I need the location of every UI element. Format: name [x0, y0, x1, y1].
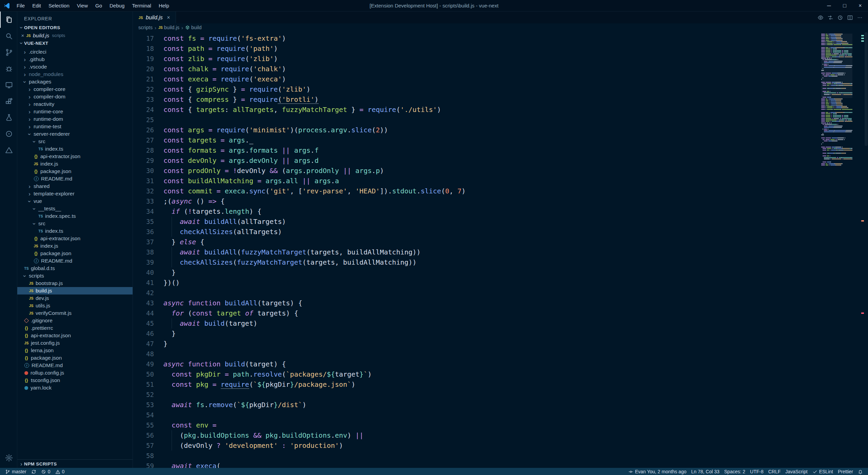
status-branch[interactable]: master: [3, 468, 29, 475]
code-line-40[interactable]: 40 }: [133, 267, 466, 278]
code-line-21[interactable]: 21const execa = require('execa'): [133, 74, 466, 84]
file-build-js[interactable]: JSbuild.js: [17, 287, 133, 294]
close-button[interactable]: ×: [852, 0, 868, 11]
menu-go[interactable]: Go: [92, 0, 106, 11]
file-tsconfig-json[interactable]: {}tsconfig.json: [17, 377, 133, 384]
open-editor-build-js[interactable]: ×JSbuild.jsscripts: [17, 32, 133, 39]
split-editor[interactable]: [845, 13, 855, 23]
activity-extensions[interactable]: [0, 93, 17, 109]
code-line-50[interactable]: 50 const pkgDir = path.resolve(`packages…: [133, 369, 466, 379]
code-line-17[interactable]: 17const fs = require('fs-extra'): [133, 33, 466, 43]
menu-view[interactable]: View: [73, 0, 92, 11]
code-line-31[interactable]: 31const buildAllMatching = args.all || a…: [133, 176, 466, 186]
code-line-36[interactable]: 36 checkAllSizes(allTargets): [133, 227, 466, 237]
code-line-47[interactable]: 47}: [133, 339, 466, 349]
menu-edit[interactable]: Edit: [28, 0, 45, 11]
file-prettierrc[interactable]: {}.prettierrc: [17, 324, 133, 332]
folder-scripts[interactable]: ›scripts: [17, 272, 133, 280]
status-errors[interactable]: 0: [39, 468, 53, 475]
file-index-js[interactable]: JSindex.js: [17, 242, 133, 250]
folder-compiler-core[interactable]: ›compiler-core: [17, 86, 133, 93]
file-index-ts[interactable]: TSindex.ts: [17, 227, 133, 235]
file-readme-md[interactable]: iREADME.md: [17, 257, 133, 265]
status-notifications[interactable]: [855, 468, 865, 475]
file-lerna-json[interactable]: {}lerna.json: [17, 347, 133, 354]
code-line-59[interactable]: 59 await execa(: [133, 461, 466, 468]
activity-explorer[interactable]: [0, 12, 17, 28]
minimize-button[interactable]: ─: [821, 0, 837, 11]
status-encoding[interactable]: UTF-8: [748, 468, 766, 475]
file-api-extractor-json[interactable]: {}api-extractor.json: [17, 235, 133, 242]
breadcrumb-build[interactable]: build: [185, 25, 202, 30]
code-line-44[interactable]: 44 for (const target of targets) {: [133, 308, 466, 318]
folder-compiler-dom[interactable]: ›compiler-dom: [17, 93, 133, 100]
file-global-d-ts[interactable]: TSglobal.d.ts: [17, 265, 133, 272]
open-editors-header[interactable]: › OPEN EDITORS: [17, 24, 133, 32]
file-utils-js[interactable]: JSutils.js: [17, 302, 133, 309]
activity-source-control[interactable]: [0, 44, 17, 60]
scrollbar-thumb[interactable]: [865, 32, 868, 146]
folder-runtime-dom[interactable]: ›runtime-dom: [17, 115, 133, 123]
code-line-27[interactable]: 27const targets = args._: [133, 135, 466, 145]
folder-runtime-test[interactable]: ›runtime-test: [17, 123, 133, 130]
code-line-34[interactable]: 34 if (!targets.length) {: [133, 206, 466, 216]
status-warnings[interactable]: 0: [53, 468, 67, 475]
code-line-32[interactable]: 32const commit = execa.sync('git', ['rev…: [133, 186, 466, 196]
code-line-45[interactable]: 45 await build(target): [133, 318, 466, 328]
menu-debug[interactable]: Debug: [106, 0, 128, 11]
open-changes[interactable]: [825, 13, 835, 23]
folder-reactivity[interactable]: ›reactivity: [17, 100, 133, 108]
folder-runtime-core[interactable]: ›runtime-core: [17, 108, 133, 115]
activity-run-debug[interactable]: [0, 60, 17, 77]
file-index-spec-ts[interactable]: TSindex.spec.ts: [17, 212, 133, 220]
status-sync[interactable]: [29, 468, 39, 475]
file-package-json[interactable]: {}package.json: [17, 354, 133, 362]
code-line-19[interactable]: 19const zlib = require('zlib'): [133, 54, 466, 64]
folder-github[interactable]: ›.github: [17, 56, 133, 63]
code-line-30[interactable]: 30const prodOnly = !devOnly && (args.pro…: [133, 166, 466, 176]
code-line-28[interactable]: 28const formats = args.formats || args.f: [133, 145, 466, 155]
menu-help[interactable]: Help: [155, 0, 173, 11]
file-api-extractor-json[interactable]: {}api-extractor.json: [17, 332, 133, 339]
file-package-json[interactable]: {}package.json: [17, 250, 133, 257]
code-line-20[interactable]: 20const chalk = require('chalk'): [133, 64, 466, 74]
status-git-blame[interactable]: Evan You, 2 months ago: [626, 468, 689, 475]
code-line-56[interactable]: 56 (pkg.buildOptions && pkg.buildOptions…: [133, 430, 466, 440]
folder-circleci[interactable]: ›.circleci: [17, 48, 133, 56]
code-line-25[interactable]: 25: [133, 115, 466, 125]
project-header[interactable]: › VUE-NEXT: [17, 39, 133, 47]
code-line-52[interactable]: 52: [133, 390, 466, 400]
folder-shared[interactable]: ›shared: [17, 183, 133, 190]
file-rollup-config-js[interactable]: rollup.config.js: [17, 369, 133, 377]
folder-server-renderer[interactable]: ›server-renderer: [17, 130, 133, 138]
code-line-39[interactable]: 39 checkAllSizes(fuzzyMatchTarget(target…: [133, 257, 466, 267]
file-yarn-lock[interactable]: yarn.lock: [17, 384, 133, 392]
npm-scripts-header[interactable]: › NPM SCRIPTS: [17, 459, 133, 468]
menu-file[interactable]: File: [13, 0, 28, 11]
menu-selection[interactable]: Selection: [45, 0, 73, 11]
code-line-49[interactable]: 49async function build(target) {: [133, 359, 466, 369]
status-indentation[interactable]: Spaces: 2: [722, 468, 748, 475]
code-line-57[interactable]: 57 (devOnly ? 'development' : 'productio…: [133, 440, 466, 451]
activity-search[interactable]: [0, 28, 17, 44]
status-eslint[interactable]: ESLint: [810, 468, 835, 475]
file-gitignore[interactable]: .gitignore: [17, 317, 133, 324]
code-line-38[interactable]: 38 await buildAll(fuzzyMatchTarget(targe…: [133, 247, 466, 257]
code-line-48[interactable]: 48: [133, 349, 466, 359]
folder-template-explorer[interactable]: ›template-explorer: [17, 190, 133, 197]
file-dev-js[interactable]: JSdev.js: [17, 294, 133, 302]
folder-vue[interactable]: ›vue: [17, 197, 133, 205]
file-history[interactable]: [835, 13, 845, 23]
code-line-55[interactable]: 55 const env =: [133, 420, 466, 430]
folder-src[interactable]: ›src: [17, 220, 133, 227]
code-line-29[interactable]: 29const devOnly = args.devOnly || args.d: [133, 155, 466, 166]
breadcrumb-scripts[interactable]: scripts: [138, 25, 153, 30]
minimap-slider[interactable]: [821, 34, 852, 98]
maximize-button[interactable]: □: [837, 0, 852, 11]
code-line-26[interactable]: 26const args = require('minimist')(proce…: [133, 125, 466, 135]
more-actions[interactable]: [855, 13, 865, 23]
folder-packages[interactable]: ›packages: [17, 78, 133, 86]
tab-build-js[interactable]: JSbuild.js×: [133, 12, 176, 23]
code-line-41[interactable]: 41})(): [133, 278, 466, 288]
code-line-18[interactable]: 18const path = require('path'): [133, 43, 466, 54]
